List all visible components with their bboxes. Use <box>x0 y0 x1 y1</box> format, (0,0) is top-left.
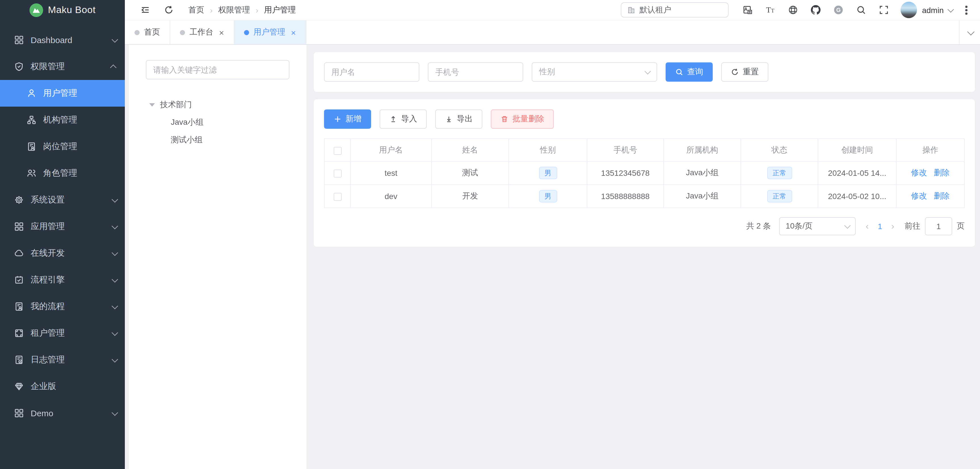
sidebar-item-online-dev[interactable]: 在线开发 <box>0 240 125 266</box>
tab-workbench[interactable]: 工作台 × <box>170 21 234 44</box>
search-button[interactable]: 查询 <box>666 62 713 82</box>
tree-node-root[interactable]: 技术部门 <box>146 97 290 112</box>
tab-home[interactable]: 首页 <box>125 21 170 44</box>
grid-icon <box>14 222 24 231</box>
chevron-down-icon <box>112 196 118 203</box>
add-button[interactable]: 新增 <box>324 109 371 129</box>
sidebar-item-post-mgmt[interactable]: 岗位管理 <box>0 133 125 160</box>
sidebar-item-system[interactable]: 系统设置 <box>0 187 125 213</box>
github-icon[interactable] <box>811 5 821 15</box>
tree-node-java[interactable]: Java小组 <box>146 114 290 130</box>
username-filter-input[interactable] <box>324 62 419 82</box>
refresh-icon <box>731 68 739 76</box>
sidebar-item-label: 角色管理 <box>43 168 116 179</box>
tab-list-dropdown[interactable] <box>959 21 980 44</box>
chevron-down-icon <box>112 356 118 362</box>
select-all-checkbox[interactable] <box>333 147 341 155</box>
page-number[interactable]: 1 <box>878 222 882 231</box>
sidebar-item-enterprise[interactable]: 企业版 <box>0 373 125 400</box>
gender-select[interactable]: 性别 <box>532 62 657 82</box>
search-icon[interactable] <box>856 5 866 15</box>
mobile-filter-input[interactable] <box>428 62 523 82</box>
status-badge: 正常 <box>767 167 792 179</box>
caret-down-icon[interactable] <box>149 103 155 106</box>
sidebar-item-org-mgmt[interactable]: 机构管理 <box>0 107 125 133</box>
batch-delete-button[interactable]: 批量删除 <box>491 109 554 129</box>
user-menu-name: admin <box>922 5 944 14</box>
edit-link[interactable]: 修改 <box>911 191 927 200</box>
translate-icon[interactable]: A <box>743 5 752 15</box>
sidebar-item-tenant-mgmt[interactable]: 租户管理 <box>0 320 125 347</box>
avatar[interactable] <box>900 2 917 18</box>
goto-page-input[interactable] <box>925 217 952 235</box>
sidebar-item-role-mgmt[interactable]: 角色管理 <box>0 160 125 187</box>
topbar-icons: A TT G <box>743 5 889 15</box>
sidebar-item-log-mgmt[interactable]: 日志管理 <box>0 347 125 373</box>
delete-link[interactable]: 删除 <box>934 191 950 200</box>
tree-node-test[interactable]: 测试小组 <box>146 132 290 147</box>
cell-created: 2024-05-02 10... <box>818 185 896 208</box>
tree-filter-input[interactable] <box>146 60 290 79</box>
export-button[interactable]: 导出 <box>435 109 482 129</box>
main-area: 首页 › 权限管理 › 用户管理 默认租户 A TT G <box>125 0 980 469</box>
sidebar-item-dashboard[interactable]: Dashboard <box>0 27 125 53</box>
delete-link[interactable]: 删除 <box>934 168 950 177</box>
diamond-icon <box>14 382 24 391</box>
calendar-check-icon <box>14 275 24 285</box>
brand-logo[interactable]: Maku Boot <box>0 0 125 20</box>
gitee-icon[interactable]: G <box>834 5 843 15</box>
cell-actions: 修改删除 <box>896 185 964 208</box>
search-icon <box>675 68 683 76</box>
row-checkbox[interactable] <box>333 193 341 201</box>
more-options-icon[interactable] <box>965 9 967 11</box>
shield-check-icon <box>14 62 24 71</box>
tenant-select[interactable]: 默认租户 <box>621 2 729 17</box>
chevron-down-icon <box>112 223 118 229</box>
page-size-select[interactable]: 10条/页 <box>779 217 856 235</box>
prev-page-button[interactable]: ‹ <box>865 221 869 231</box>
user-table: 用户名 姓名 性别 手机号 所属机构 状态 创建时间 操作 <box>324 138 965 208</box>
chevron-down-icon <box>844 222 851 229</box>
sidebar-item-permission[interactable]: 权限管理 <box>0 53 125 80</box>
chevron-down-icon <box>967 28 974 35</box>
sidebar-item-app-mgmt[interactable]: 应用管理 <box>0 213 125 240</box>
grid-icon <box>14 35 24 45</box>
chevron-down-icon <box>112 329 118 336</box>
close-icon[interactable]: × <box>219 28 224 36</box>
search-button-label: 查询 <box>687 67 703 77</box>
font-size-icon[interactable]: TT <box>765 5 775 15</box>
breadcrumb-permission[interactable]: 权限管理 <box>218 5 250 15</box>
user-menu[interactable]: admin <box>922 5 952 14</box>
tab-dot-icon <box>135 30 140 35</box>
reset-button[interactable]: 重置 <box>721 62 768 82</box>
close-icon[interactable]: × <box>291 28 296 36</box>
add-button-label: 新增 <box>345 114 361 124</box>
brand-title: Maku Boot <box>48 4 95 16</box>
sidebar-item-flow-engine[interactable]: 流程引擎 <box>0 266 125 293</box>
sidebar-item-my-flow[interactable]: 我的流程 <box>0 293 125 320</box>
trash-icon <box>501 115 508 123</box>
refresh-icon[interactable] <box>164 5 173 15</box>
row-checkbox[interactable] <box>333 170 341 177</box>
chevron-down-icon <box>112 276 118 282</box>
page-unit-label: 页 <box>957 221 965 231</box>
fullscreen-icon[interactable] <box>879 5 889 15</box>
tree-node-label: Java小组 <box>171 117 204 127</box>
gender-tag: 男 <box>539 167 557 179</box>
edit-link[interactable]: 修改 <box>911 168 927 177</box>
gear-icon <box>14 195 24 205</box>
sidebar-item-label: 日志管理 <box>31 355 112 365</box>
sidebar-item-demo[interactable]: Demo <box>0 400 125 426</box>
next-page-button[interactable]: › <box>891 221 894 231</box>
globe-icon[interactable] <box>788 5 798 15</box>
tab-user-mgmt[interactable]: 用户管理 × <box>234 21 306 44</box>
breadcrumb-home[interactable]: 首页 <box>188 5 204 15</box>
import-button[interactable]: 导入 <box>380 109 427 129</box>
sidebar-item-user-mgmt[interactable]: 用户管理 <box>0 80 125 107</box>
sidebar-item-label: 权限管理 <box>31 61 112 72</box>
collapse-sidebar-icon[interactable] <box>140 5 150 15</box>
tab-label: 用户管理 <box>254 27 285 37</box>
sidebar-item-label: 系统设置 <box>31 195 112 205</box>
gender-select-placeholder: 性别 <box>539 67 555 77</box>
users-icon <box>27 168 36 178</box>
